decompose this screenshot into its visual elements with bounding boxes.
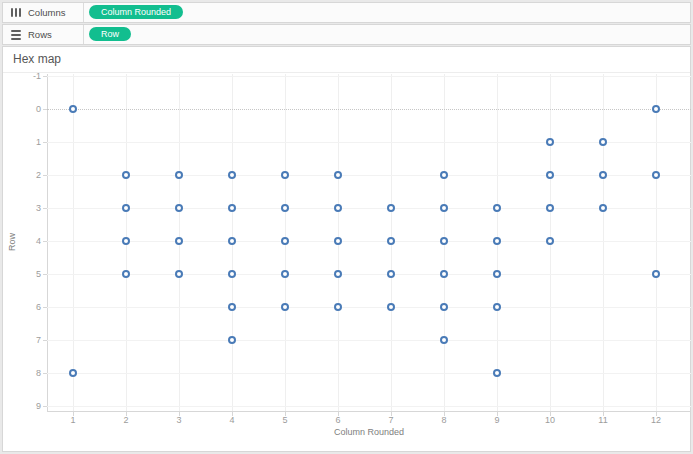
mark-circle[interactable] — [334, 270, 342, 278]
mark-circle[interactable] — [334, 171, 342, 179]
mark-circle[interactable] — [175, 270, 183, 278]
x-tick-label: 11 — [583, 415, 623, 425]
columns-field-pill[interactable]: Column Rounded — [89, 5, 183, 19]
x-tick-label: 8 — [424, 415, 464, 425]
x-axis-line — [47, 411, 691, 412]
y-tick-label: -1 — [3, 71, 41, 81]
mark-circle[interactable] — [599, 138, 607, 146]
mark-circle[interactable] — [493, 237, 501, 245]
mark-circle[interactable] — [387, 204, 395, 212]
mark-circle[interactable] — [334, 303, 342, 311]
y-tick-label: 3 — [3, 203, 41, 213]
x-tick-label: 1 — [53, 415, 93, 425]
mark-circle[interactable] — [228, 336, 236, 344]
columns-shelf[interactable]: Columns Column Rounded — [2, 2, 691, 23]
mark-circle[interactable] — [546, 171, 554, 179]
x-tick-label: 5 — [265, 415, 305, 425]
y-tick-label: 1 — [3, 137, 41, 147]
rows-shelf[interactable]: Rows Row — [2, 24, 691, 45]
y-gridline — [47, 373, 691, 374]
y-gridline — [47, 241, 691, 242]
mark-circle[interactable] — [122, 270, 130, 278]
mark-circle[interactable] — [440, 171, 448, 179]
mark-circle[interactable] — [652, 171, 660, 179]
y-tick-label: 6 — [3, 302, 41, 312]
mark-circle[interactable] — [599, 171, 607, 179]
y-tick-mark — [43, 274, 47, 275]
y-gridline — [47, 175, 691, 176]
mark-circle[interactable] — [440, 204, 448, 212]
y-tick-label: 2 — [3, 170, 41, 180]
mark-circle[interactable] — [387, 237, 395, 245]
mark-circle[interactable] — [228, 270, 236, 278]
y-tick-mark — [43, 76, 47, 77]
y-tick-mark — [43, 208, 47, 209]
y-tick-label: 8 — [3, 368, 41, 378]
mark-circle[interactable] — [546, 138, 554, 146]
mark-circle[interactable] — [334, 204, 342, 212]
mark-circle[interactable] — [652, 105, 660, 113]
x-tick-label: 9 — [477, 415, 517, 425]
mark-circle[interactable] — [546, 204, 554, 212]
mark-circle[interactable] — [281, 171, 289, 179]
y-tick-mark — [43, 175, 47, 176]
mark-circle[interactable] — [69, 369, 77, 377]
mark-circle[interactable] — [281, 270, 289, 278]
y-tick-mark — [43, 142, 47, 143]
y-gridline — [47, 307, 691, 308]
y-gridline — [47, 142, 691, 143]
mark-circle[interactable] — [122, 237, 130, 245]
mark-circle[interactable] — [440, 237, 448, 245]
mark-circle[interactable] — [281, 204, 289, 212]
mark-circle[interactable] — [228, 171, 236, 179]
x-axis-title: Column Rounded — [47, 427, 691, 437]
mark-circle[interactable] — [281, 237, 289, 245]
mark-circle[interactable] — [440, 270, 448, 278]
y-tick-label: 5 — [3, 269, 41, 279]
shelf-divider — [83, 25, 84, 44]
mark-circle[interactable] — [334, 237, 342, 245]
y-gridline — [47, 274, 691, 275]
y-tick-mark — [43, 307, 47, 308]
y-tick-mark — [43, 241, 47, 242]
x-tick-label: 2 — [106, 415, 146, 425]
mark-circle[interactable] — [493, 369, 501, 377]
rows-field-pill[interactable]: Row — [89, 27, 131, 41]
mark-circle[interactable] — [122, 204, 130, 212]
mark-circle[interactable] — [175, 237, 183, 245]
tableau-workspace: { "shelves": { "columns": { "label": "Co… — [0, 0, 693, 454]
x-gridline — [73, 74, 74, 411]
mark-circle[interactable] — [228, 237, 236, 245]
y-tick-label: 7 — [3, 335, 41, 345]
y-tick-label: 4 — [3, 236, 41, 246]
columns-shelf-label: Columns — [28, 7, 66, 18]
x-gridline — [603, 74, 604, 411]
mark-circle[interactable] — [175, 204, 183, 212]
mark-circle[interactable] — [493, 303, 501, 311]
y-gridline — [47, 406, 691, 407]
plot-area[interactable] — [47, 74, 691, 411]
mark-circle[interactable] — [599, 204, 607, 212]
y-tick-label: 0 — [3, 104, 41, 114]
mark-circle[interactable] — [440, 336, 448, 344]
mark-circle[interactable] — [440, 303, 448, 311]
x-tick-label: 7 — [371, 415, 411, 425]
mark-circle[interactable] — [228, 204, 236, 212]
mark-circle[interactable] — [652, 270, 660, 278]
x-tick-label: 3 — [159, 415, 199, 425]
rows-icon — [11, 30, 21, 40]
mark-circle[interactable] — [69, 105, 77, 113]
zero-gridline — [47, 109, 691, 110]
mark-circle[interactable] — [387, 303, 395, 311]
mark-circle[interactable] — [175, 171, 183, 179]
y-gridline — [47, 208, 691, 209]
mark-circle[interactable] — [281, 303, 289, 311]
mark-circle[interactable] — [387, 270, 395, 278]
mark-circle[interactable] — [122, 171, 130, 179]
mark-circle[interactable] — [493, 204, 501, 212]
mark-circle[interactable] — [228, 303, 236, 311]
mark-circle[interactable] — [493, 270, 501, 278]
y-gridline — [47, 340, 691, 341]
mark-circle[interactable] — [546, 237, 554, 245]
rows-shelf-label: Rows — [28, 29, 52, 40]
